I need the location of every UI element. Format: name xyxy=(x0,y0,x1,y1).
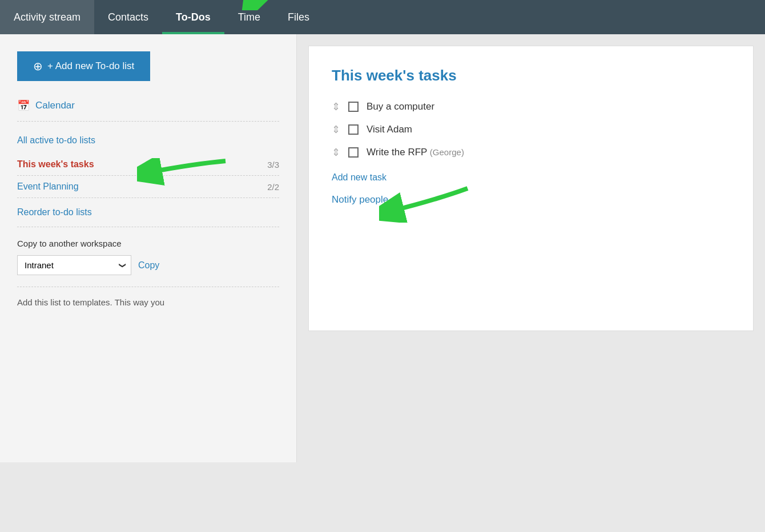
task-checkbox-2[interactable] xyxy=(348,124,359,135)
todo-list-event-planning[interactable]: Event Planning 2/2 xyxy=(17,176,279,198)
calendar-link[interactable]: 📅 Calendar xyxy=(17,99,279,122)
todo-list-row-1: This week's tasks 3/3 xyxy=(17,154,279,176)
nav-files[interactable]: Files xyxy=(274,0,323,34)
plus-icon: ⊕ xyxy=(33,59,43,73)
notify-wrapper: Notify people » xyxy=(332,194,396,205)
copy-section-label: Copy to another workspace xyxy=(17,239,279,248)
notify-people-link[interactable]: Notify people » xyxy=(332,194,396,205)
active-lists-label: All active to-do lists xyxy=(17,135,279,146)
todo-list-count-event-planning: 2/2 xyxy=(267,182,279,192)
task-item-3: ⇕ Write the RFP (George) xyxy=(332,146,730,159)
nav-todos[interactable]: To-Dos xyxy=(162,0,224,34)
drag-handle-3[interactable]: ⇕ xyxy=(332,146,340,159)
nav-time[interactable]: Time xyxy=(224,0,274,34)
todo-list-count-this-week: 3/3 xyxy=(267,160,279,170)
calendar-icon: 📅 xyxy=(17,99,30,112)
copy-button[interactable]: Copy xyxy=(138,260,159,271)
task-name-1: Buy a computer xyxy=(367,101,434,112)
reorder-link[interactable]: Reorder to-do lists xyxy=(17,198,279,227)
task-name-2: Visit Adam xyxy=(367,124,412,135)
task-name-3: Write the RFP (George) xyxy=(367,147,464,158)
drag-handle-2[interactable]: ⇕ xyxy=(332,123,340,136)
task-card: This week's tasks ⇕ Buy a computer ⇕ Vis… xyxy=(308,46,754,331)
task-checkbox-3[interactable] xyxy=(348,147,359,158)
task-item-2: ⇕ Visit Adam xyxy=(332,123,730,136)
todo-list-name-event-planning: Event Planning xyxy=(17,182,79,192)
task-checkbox-1[interactable] xyxy=(348,102,359,112)
copy-section: Copy to another workspace Intranet Works… xyxy=(17,227,279,287)
workspace-select-wrapper: Intranet Workspace 2 Workspace 3 xyxy=(17,255,131,275)
drag-handle-1[interactable]: ⇕ xyxy=(332,100,340,113)
todo-list-this-week[interactable]: This week's tasks 3/3 xyxy=(17,154,279,176)
content-panel: This week's tasks ⇕ Buy a computer ⇕ Vis… xyxy=(297,34,765,462)
main-nav: Activity stream Contacts To-Dos Time Fil… xyxy=(0,0,765,34)
workspace-select[interactable]: Intranet Workspace 2 Workspace 3 xyxy=(17,255,131,275)
add-task-link[interactable]: Add new task xyxy=(332,172,730,183)
task-card-title: This week's tasks xyxy=(332,67,730,84)
template-link-section: Add this list to templates. This way you xyxy=(17,287,279,307)
sidebar: ⊕ + Add new To-do list 📅 Calendar All ac… xyxy=(0,34,297,462)
task-assignee-3: (George) xyxy=(430,147,464,157)
nav-contacts[interactable]: Contacts xyxy=(94,0,162,34)
add-todo-list-button[interactable]: ⊕ + Add new To-do list xyxy=(17,51,150,81)
task-item-1: ⇕ Buy a computer xyxy=(332,100,730,113)
todo-list-name-this-week: This week's tasks xyxy=(17,159,94,170)
nav-activity-stream[interactable]: Activity stream xyxy=(0,0,94,34)
